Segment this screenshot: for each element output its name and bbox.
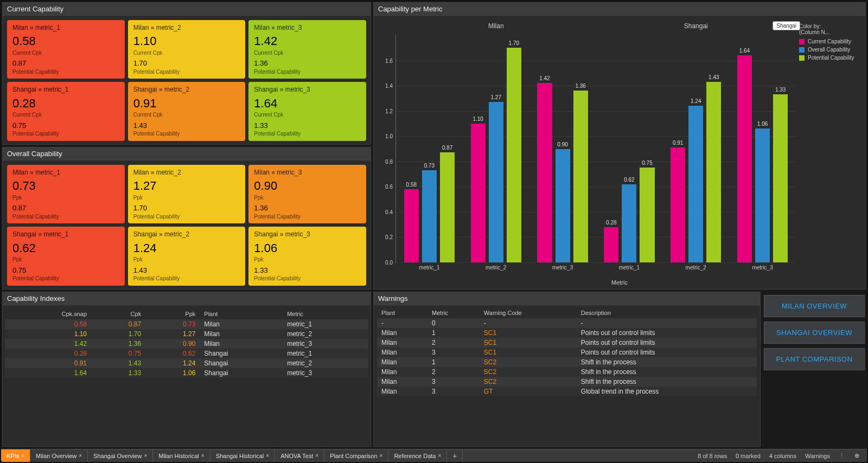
table-row[interactable]: Milan3GTGlobal trend in the process: [377, 387, 757, 396]
legend-swatch: [799, 55, 805, 61]
bar[interactable]: 1.10: [471, 124, 486, 262]
more-icon[interactable]: ⋮: [839, 452, 846, 459]
table-row[interactable]: Milan2SC2Shift in the process: [377, 367, 757, 377]
col-header[interactable]: Warning Code: [480, 307, 577, 318]
page-tab[interactable]: KPIs×: [1, 449, 30, 462]
capability-card[interactable]: Shangai » metric_3 1.64 Current Cpk 1.33…: [248, 82, 366, 140]
capability-card[interactable]: Milan » metric_2 1.10 Current Cpk 1.70 P…: [128, 20, 246, 79]
card-sub: Ppk: [254, 256, 361, 263]
card-breadcrumb: Milan » metric_2: [133, 168, 240, 177]
page-tab[interactable]: Shangai Historical×: [210, 449, 276, 462]
capability-card[interactable]: Shangai » metric_1 0.62 Ppk 0.75 Potenti…: [7, 227, 125, 285]
bar[interactable]: 1.70: [507, 48, 521, 262]
plant-comparison-button[interactable]: PLANT COMPARISON: [764, 348, 865, 370]
close-icon[interactable]: ×: [144, 453, 147, 459]
close-icon[interactable]: ×: [266, 453, 269, 459]
bar[interactable]: 1.36: [573, 91, 588, 262]
close-icon[interactable]: ×: [201, 453, 205, 459]
col-header[interactable]: Metric: [427, 307, 480, 318]
bar-group: 0.280.620.75metric_1: [604, 35, 654, 262]
bar-group: 0.580.730.87metric_1: [404, 35, 455, 262]
table-row[interactable]: Milan1SC1Points out of control limits: [377, 328, 757, 338]
bar-label: 0.90: [557, 142, 567, 147]
table-row[interactable]: 0.58 0.87 0.73 Milan metric_1: [5, 319, 368, 329]
bar[interactable]: 1.43: [706, 82, 721, 262]
indexes-table[interactable]: Cpk.snapCpkPpkPlantMetric 0.58 0.87 0.73…: [5, 308, 368, 378]
capability-card[interactable]: Milan » metric_1 0.58 Current Cpk 0.87 P…: [7, 20, 125, 79]
page-tab[interactable]: Plant Comparison×: [324, 449, 388, 462]
shangai-overview-button[interactable]: SHANGAI OVERVIEW: [764, 321, 865, 344]
col-header[interactable]: Ppk: [145, 308, 200, 319]
capability-card[interactable]: Milan » metric_3 0.90 Ppk 1.36 Potential…: [248, 165, 366, 223]
bar[interactable]: 0.87: [440, 152, 455, 262]
bar[interactable]: 0.75: [640, 168, 654, 262]
y-tick: 1.6: [376, 57, 393, 63]
bar[interactable]: 1.06: [755, 128, 770, 262]
table-row[interactable]: Milan2SC1Points out of control limits: [377, 338, 757, 348]
col-header[interactable]: Cpk.snap: [5, 308, 91, 319]
globe-icon[interactable]: ⊕: [854, 452, 859, 459]
tab-label: Reference Data: [394, 453, 436, 459]
card-sub-2: Potential Capability: [133, 275, 240, 282]
capability-card[interactable]: Shangai » metric_2 1.24 Ppk 1.43 Potenti…: [128, 227, 246, 285]
legend-item[interactable]: Overall Capability: [799, 47, 858, 53]
capability-card[interactable]: Shangai » metric_2 0.91 Current Cpk 1.43…: [128, 82, 246, 140]
col-header[interactable]: Metric: [283, 308, 368, 319]
capability-card[interactable]: Milan » metric_2 1.27 Ppk 1.70 Potential…: [128, 165, 246, 223]
card-sub-2: Potential Capability: [133, 130, 240, 138]
card-value-2: 0.75: [12, 266, 119, 275]
table-row[interactable]: Milan3SC1Points out of control limits: [377, 348, 757, 357]
col-header[interactable]: Plant: [377, 307, 427, 318]
panel-title: Overall Capability: [3, 147, 371, 160]
page-tab[interactable]: ANOVA Test×: [275, 449, 324, 462]
status-rows: 8 of 8 rows: [698, 453, 727, 459]
bar[interactable]: 0.90: [556, 149, 570, 263]
bar-group: 1.641.061.33metric_3: [737, 35, 788, 262]
warnings-table[interactable]: PlantMetricWarning CodeDescription -0--M…: [377, 307, 757, 396]
table-row[interactable]: 0.28 0.75 0.62 Shangai metric_1: [5, 349, 368, 358]
bar-label: 0.73: [424, 163, 435, 169]
table-row[interactable]: Milan1SC2Shift in the process: [377, 357, 757, 367]
bar[interactable]: 0.58: [404, 189, 419, 262]
table-row[interactable]: 1.42 1.36 0.90 Milan metric_3: [5, 339, 368, 349]
close-icon[interactable]: ×: [315, 453, 318, 459]
bar[interactable]: 0.62: [622, 184, 636, 262]
capability-card[interactable]: Shangai » metric_3 1.06 Ppk 1.33 Potenti…: [248, 227, 366, 285]
bar[interactable]: 0.28: [604, 227, 618, 262]
capability-card[interactable]: Milan » metric_3 1.42 Current Cpk 1.36 P…: [248, 20, 366, 79]
legend-item[interactable]: Current Capability: [799, 38, 858, 44]
bar[interactable]: 1.24: [688, 106, 703, 262]
col-header[interactable]: Cpk: [91, 308, 145, 319]
card-value: 0.90: [254, 178, 361, 194]
bar[interactable]: 1.27: [489, 102, 503, 262]
bar[interactable]: 1.64: [737, 55, 752, 262]
table-row[interactable]: -0--: [377, 318, 757, 328]
close-icon[interactable]: ×: [438, 453, 441, 459]
page-tab[interactable]: Shangai Overview×: [88, 449, 153, 462]
milan-overview-button[interactable]: MILAN OVERVIEW: [764, 295, 865, 317]
table-row[interactable]: 1.10 1.70 1.27 Milan metric_2: [5, 329, 368, 339]
table-row[interactable]: Milan3SC2Shift in the process: [377, 377, 757, 387]
current-capability-panel: Current Capability Milan » metric_1 0.58…: [2, 2, 371, 145]
table-row[interactable]: 1.64 1.33 1.06 Shangai metric_3: [5, 368, 368, 378]
col-header[interactable]: Description: [577, 307, 757, 318]
bar[interactable]: 1.42: [537, 83, 552, 262]
card-sub-2: Potential Capability: [12, 213, 119, 221]
page-tab[interactable]: Milan Historical×: [153, 449, 210, 462]
col-header[interactable]: Plant: [200, 308, 283, 319]
page-tab[interactable]: Reference Data×: [388, 449, 447, 462]
capability-card[interactable]: Shangai » metric_1 0.28 Current Cpk 0.75…: [7, 82, 125, 140]
card-value: 1.06: [254, 240, 361, 256]
close-icon[interactable]: ×: [21, 453, 24, 459]
bar[interactable]: 0.73: [422, 170, 437, 262]
table-row[interactable]: 0.91 1.43 1.24 Shangai metric_2: [5, 358, 368, 368]
legend-item[interactable]: Potential Capability: [799, 55, 858, 61]
bar-chart[interactable]: Shangai Current CapabilityOverall Capabi…: [374, 16, 865, 289]
bar[interactable]: 0.91: [671, 147, 685, 262]
add-tab-button[interactable]: +: [447, 449, 463, 462]
close-icon[interactable]: ×: [380, 453, 383, 459]
page-tab[interactable]: Milan Overview×: [30, 449, 88, 462]
close-icon[interactable]: ×: [79, 453, 82, 459]
capability-card[interactable]: Milan » metric_1 0.73 Ppk 0.87 Potential…: [7, 165, 125, 223]
bar[interactable]: 1.33: [773, 94, 788, 262]
